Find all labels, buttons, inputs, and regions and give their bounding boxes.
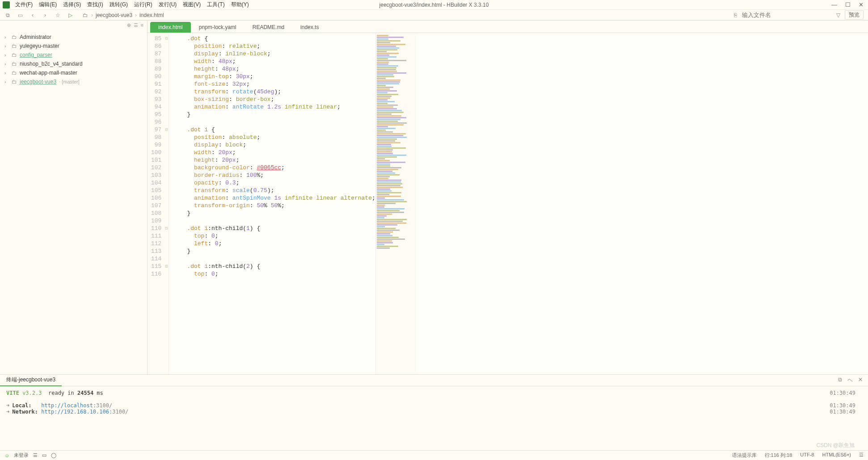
breadcrumb-file[interactable]: index.html xyxy=(139,12,164,18)
folder-icon: 🗀 xyxy=(82,12,88,18)
file-tree: ›🗀Administrator›🗀yulegeyu-master›🗀config… xyxy=(0,30,147,374)
window-close-icon[interactable]: ✕ xyxy=(859,1,864,8)
terminal-tab[interactable]: 终端-jeecgboot-vue3 xyxy=(0,374,62,386)
tree-item-label: niushop_b2c_v4_standard xyxy=(20,61,83,67)
menu-tools[interactable]: 工具(T) xyxy=(204,0,227,9)
status-icon-3[interactable]: ◯ xyxy=(51,452,56,458)
tree-item[interactable]: ›🗀jeecgboot-vue3 · [master] xyxy=(2,77,145,86)
new-file-icon[interactable]: ⎘ xyxy=(732,12,738,18)
local-url[interactable]: http://localhost: xyxy=(41,402,96,409)
app-logo xyxy=(3,1,10,8)
tree-item[interactable]: ›🗀niushop_b2c_v4_standard xyxy=(2,59,145,68)
nav-back-icon[interactable]: ‹ xyxy=(29,12,36,18)
terminal-panel: 终端-jeecgboot-vue3 ⧉ ヘ ✕ VITE v3.2.3 read… xyxy=(0,374,868,450)
preview-button[interactable]: 预览 xyxy=(845,10,864,20)
search-input[interactable] xyxy=(742,12,831,18)
nav-forward-icon[interactable]: › xyxy=(42,12,48,18)
menu-view[interactable]: 视图(V) xyxy=(180,0,203,9)
minimap[interactable] xyxy=(375,33,416,374)
menu-publish[interactable]: 发行(U) xyxy=(156,0,180,9)
network-url[interactable]: http://192.168.10.106: xyxy=(41,409,112,415)
chevron-right-icon[interactable]: › xyxy=(4,53,9,58)
chevron-right-icon[interactable]: › xyxy=(4,35,9,40)
menubar: 文件(F) 编辑(E) 选择(S) 查找(I) 跳转(G) 运行(R) 发行(U… xyxy=(13,0,252,9)
menu-select[interactable]: 选择(S) xyxy=(60,0,84,9)
terminal-collapse-icon[interactable]: ヘ xyxy=(847,376,853,384)
language-mode[interactable]: HTML(ES6+) xyxy=(822,452,851,459)
tree-item[interactable]: ›🗀yulegeyu-master xyxy=(2,42,145,50)
folder-icon: 🗀 xyxy=(12,61,17,67)
editor-tab[interactable]: index.html xyxy=(150,22,191,33)
folder-icon: 🗀 xyxy=(12,52,17,58)
folder-icon: 🗀 xyxy=(12,43,17,49)
status-icon-2[interactable]: ▭ xyxy=(42,452,46,458)
chevron-right-icon[interactable]: › xyxy=(4,62,9,67)
sidebar: ⊕ ☰ ≡ ›🗀Administrator›🗀yulegeyu-master›🗀… xyxy=(0,21,147,374)
folder-icon: 🗀 xyxy=(12,70,17,76)
arrow-icon: ➜ xyxy=(6,402,9,409)
menu-edit[interactable]: 编辑(E) xyxy=(36,0,59,9)
local-label: Local: xyxy=(12,402,31,409)
menu-find[interactable]: 查找(I) xyxy=(84,0,105,9)
window-title: jeecgboot-vue3/index.html - HBuilder X 3… xyxy=(379,2,489,8)
code-area[interactable]: .dot { position: relative; display: inli… xyxy=(169,33,375,374)
terminal-timestamp: 01:30:49 xyxy=(830,409,855,415)
folder-icon: 🗀 xyxy=(12,34,17,40)
status-icon-1[interactable]: ☰ xyxy=(33,452,38,458)
vite-ready: ready in xyxy=(48,390,74,396)
menu-goto[interactable]: 跳转(G) xyxy=(107,0,131,9)
local-port: 3100/ xyxy=(96,402,112,409)
breadcrumb-project[interactable]: jeecgboot-vue3 xyxy=(96,12,132,18)
editor-tab[interactable]: pnpm-lock.yaml xyxy=(191,22,244,33)
new-window-icon[interactable]: ⧉ xyxy=(4,12,11,18)
network-port: 3100/ xyxy=(112,409,128,415)
branch-label: · [master] xyxy=(59,79,80,84)
terminal-split-icon[interactable]: ⧉ xyxy=(838,376,842,384)
breadcrumb: 🗀 › jeecgboot-vue3 › index.html xyxy=(82,12,164,18)
menu-help[interactable]: 帮助(Y) xyxy=(228,0,252,9)
syntax-lib[interactable]: 语法提示库 xyxy=(732,452,757,459)
login-status[interactable]: 未登录 xyxy=(14,452,29,459)
tree-item[interactable]: ›🗀config_parser xyxy=(2,50,145,59)
tree-item-label: wechat-app-mall-master xyxy=(20,70,77,76)
vite-ms-unit: ms xyxy=(97,390,103,396)
arrow-icon: ➜ xyxy=(6,409,9,415)
terminal-body[interactable]: VITE v3.2.3 ready in 24554 ms 01:30:49 ➜… xyxy=(0,386,868,450)
tree-item-label: Administrator xyxy=(20,34,51,40)
code-editor[interactable]: 85⊟868788899091929394959697⊟989910010110… xyxy=(147,33,868,374)
terminal-timestamp: 01:30:49 xyxy=(830,390,855,396)
editor-tabs: index.htmlpnpm-lock.yamlREADME.mdindex.t… xyxy=(147,21,868,33)
window-maximize-icon[interactable]: ☐ xyxy=(845,1,851,8)
filter-icon[interactable]: ▽ xyxy=(835,12,841,18)
sidebar-collapse-icon[interactable]: ☰ xyxy=(134,22,138,28)
editor-tab[interactable]: index.ts xyxy=(292,22,327,33)
chevron-right-icon[interactable]: › xyxy=(4,71,9,75)
sidebar-add-icon[interactable]: ⊕ xyxy=(127,22,131,28)
status-more-icon[interactable]: ☲ xyxy=(859,452,864,459)
folder-icon: 🗀 xyxy=(12,79,17,85)
gutter: 85⊟868788899091929394959697⊟989910010110… xyxy=(147,33,169,374)
editor-tab[interactable]: README.md xyxy=(244,22,292,33)
save-icon[interactable]: ▭ xyxy=(17,12,23,18)
menu-run[interactable]: 运行(R) xyxy=(131,0,155,9)
sidebar-more-icon[interactable]: ≡ xyxy=(141,22,143,28)
tree-item-label: yulegeyu-master xyxy=(20,43,59,49)
favorite-icon[interactable]: ☆ xyxy=(55,12,61,18)
tree-item[interactable]: ›🗀wechat-app-mall-master xyxy=(2,68,145,77)
toolbar: ⧉ ▭ ‹ › ☆ ▷ 🗀 › jeecgboot-vue3 › index.h… xyxy=(0,10,868,21)
vite-label: VITE xyxy=(6,390,19,396)
statusbar: ☺ 未登录 ☰ ▭ ◯ 语法提示库 行:116 列:18 UTF-8 HTML(… xyxy=(0,450,868,460)
user-icon[interactable]: ☺ xyxy=(4,453,9,458)
window-minimize-icon[interactable]: — xyxy=(831,1,837,8)
tree-item-label: config_parser xyxy=(20,52,52,58)
vite-version: v3.2.3 xyxy=(22,390,42,396)
terminal-timestamp: 01:30:49 xyxy=(830,402,855,409)
menu-file[interactable]: 文件(F) xyxy=(13,0,35,9)
chevron-right-icon[interactable]: › xyxy=(4,44,9,49)
tree-item[interactable]: ›🗀Administrator xyxy=(2,33,145,42)
run-icon[interactable]: ▷ xyxy=(67,12,73,18)
encoding[interactable]: UTF-8 xyxy=(800,452,814,459)
chevron-right-icon[interactable]: › xyxy=(4,79,9,84)
terminal-close-icon[interactable]: ✕ xyxy=(858,376,863,384)
vite-ms: 24554 xyxy=(77,390,93,396)
